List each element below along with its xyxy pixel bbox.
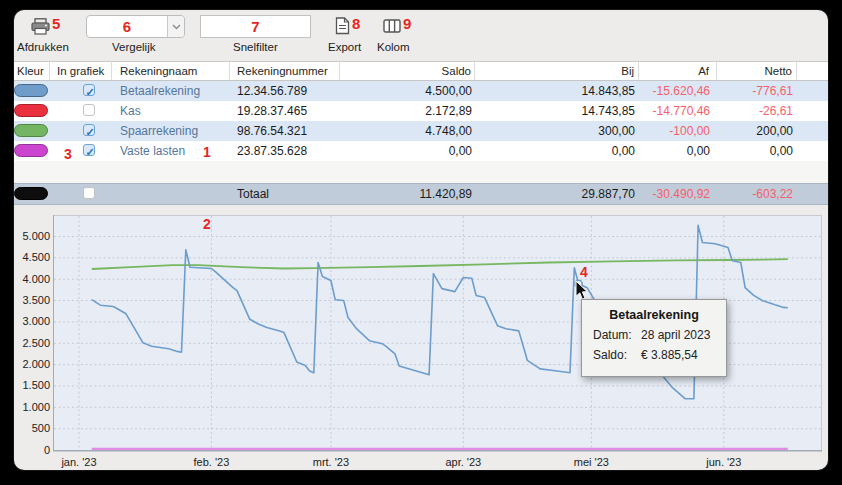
color-pill[interactable] (14, 84, 48, 97)
col-header-rekeningnummer[interactable]: Rekeningnummer (230, 62, 340, 80)
col-header-saldo[interactable]: Saldo (340, 62, 475, 80)
account-number: 19.28.37.465 (230, 101, 340, 121)
y-tick: 4.500 (14, 251, 50, 263)
y-tick: 5.000 (14, 230, 50, 242)
netto-value: -26,61 (717, 101, 797, 121)
tooltip-datum-value: 28 april 2023 (641, 328, 710, 342)
netto-value: -603,22 (717, 184, 797, 204)
bij-value: 29.887,70 (475, 184, 639, 204)
saldo-value: 4.500,00 (340, 81, 475, 101)
in-grafiek-checkbox[interactable] (83, 144, 95, 156)
table-row[interactable]: Spaarrekening 98.76.54.321 4.748,00 300,… (14, 121, 828, 141)
app-window: 5 6 7 8 9 Afdrukk (14, 10, 828, 470)
account-number: 12.34.56.789 (230, 81, 340, 101)
col-header-bij[interactable]: Bij (475, 62, 639, 80)
chart-tooltip: Betaalrekening Datum: 28 april 2023 Sald… (581, 299, 727, 377)
in-grafiek-checkbox[interactable] (83, 187, 95, 199)
y-tick: 1.500 (14, 379, 50, 391)
netto-value: 200,00 (717, 121, 797, 141)
saldo-value: 0,00 (340, 141, 475, 161)
y-tick: 4.000 (14, 273, 50, 285)
y-tick: 500 (14, 422, 50, 434)
col-header-rekeningnaam[interactable]: Rekeningnaam (112, 62, 230, 80)
color-pill[interactable] (14, 104, 48, 117)
total-label: Totaal (230, 184, 340, 204)
y-tick: 0 (14, 444, 50, 456)
annotation-7: 7 (201, 16, 310, 37)
in-grafiek-checkbox[interactable] (83, 124, 95, 136)
af-value: -15.620,46 (639, 81, 717, 101)
bij-value: 14.843,85 (475, 81, 639, 101)
af-value: 0,00 (639, 141, 717, 161)
col-header-in-grafiek[interactable]: In grafiek (50, 62, 112, 80)
saldo-value: 4.748,00 (340, 121, 475, 141)
account-name[interactable]: Kas (112, 101, 230, 121)
x-tick: feb. '23 (171, 456, 251, 468)
annotation-5: 5 (52, 15, 60, 32)
vergelijk-dropdown[interactable]: 6 (86, 15, 185, 38)
af-value: -100,00 (639, 121, 717, 141)
chevron-down-icon (167, 16, 184, 37)
y-tick: 2.000 (14, 358, 50, 370)
account-name[interactable]: Vaste lasten (112, 141, 230, 161)
account-number: 23.87.35.628 (230, 141, 340, 161)
table-header: Kleur In grafiek Rekeningnaam Rekeningnu… (14, 62, 828, 81)
annotation-9: 9 (403, 15, 411, 32)
x-tick: jun. '23 (684, 456, 764, 468)
toolbar: 5 6 7 8 9 Afdrukk (14, 10, 828, 62)
columns-icon[interactable] (383, 19, 401, 37)
annotation-8: 8 (352, 15, 360, 32)
tooltip-saldo-label: Saldo: (593, 348, 641, 362)
toolbar-label-afdrukken[interactable]: Afdrukken (17, 41, 69, 53)
toolbar-label-snelfilter: Snelfilter (233, 41, 278, 53)
annotation-3: 3 (64, 146, 72, 162)
snelfilter-input[interactable]: 7 (200, 15, 311, 38)
netto-value: 0,00 (717, 141, 797, 161)
account-number: 98.76.54.321 (230, 121, 340, 141)
x-tick: jan. '23 (39, 456, 119, 468)
annotation-1: 1 (203, 144, 211, 160)
saldo-value: 2.172,89 (340, 101, 475, 121)
y-tick: 3.500 (14, 294, 50, 306)
bij-value: 14.743,85 (475, 101, 639, 121)
x-tick: mei '23 (551, 456, 631, 468)
color-pill[interactable] (14, 187, 48, 200)
tooltip-saldo-value: € 3.885,54 (641, 348, 698, 362)
tooltip-title: Betaalrekening (582, 308, 726, 322)
toolbar-label-kolom[interactable]: Kolom (377, 41, 410, 53)
color-pill[interactable] (14, 124, 48, 137)
y-tick: 1.000 (14, 401, 50, 413)
x-tick: apr. '23 (423, 456, 503, 468)
af-value: -30.490,92 (639, 184, 717, 204)
y-tick: 3.000 (14, 315, 50, 327)
table-row[interactable]: Betaalrekening 12.34.56.789 4.500,00 14.… (14, 81, 828, 101)
table-row[interactable]: Kas 19.28.37.465 2.172,89 14.743,85 -14.… (14, 101, 828, 121)
bij-value: 300,00 (475, 121, 639, 141)
netto-value: -776,61 (717, 81, 797, 101)
table-row[interactable]: Vaste lasten 23.87.35.628 0,00 0,00 0,00… (14, 141, 828, 161)
col-header-kleur[interactable]: Kleur (14, 62, 50, 80)
account-name[interactable]: Spaarrekening (112, 121, 230, 141)
x-tick: mrt. '23 (291, 456, 371, 468)
account-name[interactable]: Betaalrekening (112, 81, 230, 101)
annotation-4: 4 (580, 264, 588, 280)
tooltip-datum-label: Datum: (593, 328, 641, 342)
color-pill[interactable] (14, 144, 48, 157)
annotation-2: 2 (203, 216, 211, 232)
printer-icon[interactable] (31, 18, 50, 39)
toolbar-label-vergelijk: Vergelijk (112, 41, 155, 53)
col-header-netto[interactable]: Netto (717, 62, 797, 80)
toolbar-label-export[interactable]: Export (328, 41, 361, 53)
export-icon[interactable] (335, 17, 350, 39)
in-grafiek-checkbox[interactable] (83, 84, 95, 96)
total-row: Totaal 11.420,89 29.887,70 -30.490,92 -6… (14, 183, 828, 205)
annotation-6: 6 (87, 16, 167, 37)
in-grafiek-checkbox[interactable] (83, 104, 95, 116)
y-tick: 2.500 (14, 337, 50, 349)
saldo-value: 11.420,89 (340, 184, 475, 204)
bij-value: 0,00 (475, 141, 639, 161)
col-header-af[interactable]: Af (639, 62, 717, 80)
af-value: -14.770,46 (639, 101, 717, 121)
accounts-table: Kleur In grafiek Rekeningnaam Rekeningnu… (14, 62, 828, 205)
